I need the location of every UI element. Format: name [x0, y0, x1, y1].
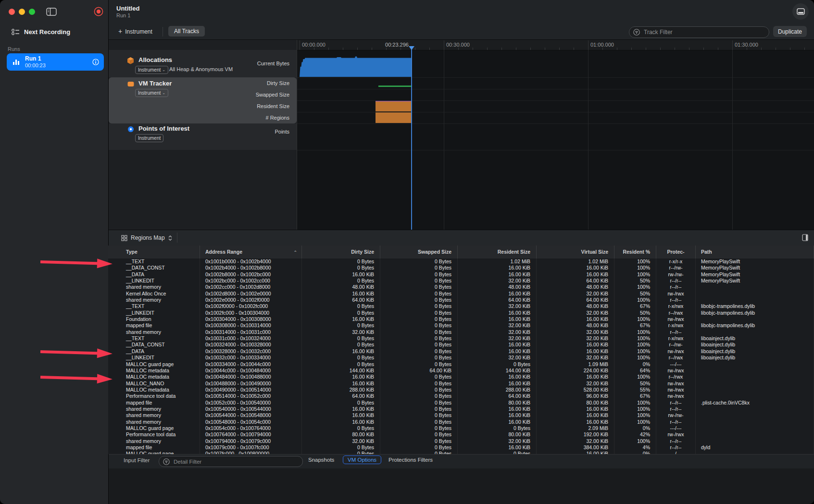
all-tracks-button[interactable]: All Tracks — [168, 26, 205, 37]
table-row[interactable]: shared memory0x100540000 - 0x10054400016… — [108, 406, 814, 412]
grid-icon — [121, 235, 127, 241]
table-row[interactable]: MALLOC_NANO0x100488000 - 0x10049000016.0… — [108, 381, 814, 387]
table-cell: 32.00 KiB — [537, 310, 614, 316]
column-header-type[interactable]: Type — [108, 246, 200, 258]
column-header-address-range[interactable]: Address Range⌃ — [200, 246, 302, 258]
table-row[interactable]: __DATA_CONST0x1002b4000 - 0x1002b80000 B… — [108, 265, 814, 271]
detail-filter-input[interactable] — [173, 458, 290, 465]
table-cell: 67% — [614, 393, 656, 399]
table-row[interactable]: MALLOC guard page0x1007fc000 - 0x1008000… — [108, 451, 814, 454]
table-cell: liboainject.dylib — [696, 348, 814, 355]
ruler-minor-tick — [804, 48, 805, 50]
column-header-resident-size[interactable]: Resident Size — [458, 246, 537, 258]
detail-view-selector[interactable]: Regions Map — [121, 233, 172, 243]
table-cell: rw-/rwx — [656, 431, 696, 438]
table-row[interactable]: __TEXT0x10031c000 - 0x1003240000 Bytes0 … — [108, 335, 814, 342]
duplicate-button[interactable]: Duplicate — [773, 26, 807, 37]
column-header-dirty-size[interactable]: Dirty Size — [302, 246, 380, 258]
detail-filter-field[interactable] — [159, 456, 303, 467]
track-points-of-interest[interactable]: Points of Interest Instrument — [109, 123, 297, 150]
table-row[interactable]: MALLOC metadata0x10044c000 - 0x100484000… — [108, 368, 814, 374]
table-cell: 0 Bytes — [458, 425, 537, 431]
table-row[interactable]: __LINKEDIT0x1002fc000 - 0x1003040000 Byt… — [108, 310, 814, 316]
table-cell — [696, 284, 814, 290]
table-cell: 100% — [614, 400, 656, 406]
table-row[interactable]: Performance tool data0x100514000 - 0x100… — [108, 393, 814, 399]
column-header-path[interactable]: Path — [696, 246, 814, 258]
ruler-minor-tick — [343, 48, 343, 50]
table-row[interactable]: Foundation0x100304000 - 0x10030800016.00… — [108, 316, 814, 322]
table-row[interactable]: __LINKEDIT0x10032c000 - 0x1003340000 Byt… — [108, 355, 814, 361]
table-cell: 80.00 KiB — [458, 431, 537, 438]
zoom-window-button[interactable] — [29, 9, 35, 15]
table-row[interactable]: Performance tool data0x100764000 - 0x100… — [108, 431, 814, 438]
table-row[interactable]: MALLOC metadata0x100490000 - 0x100514000… — [108, 387, 814, 393]
column-header-resident-[interactable]: Resident % — [614, 246, 656, 258]
table-row[interactable]: __TEXT0x1001b0000 - 0x1002b40000 Bytes0 … — [108, 258, 814, 265]
table-cell: 0 Bytes — [380, 451, 458, 454]
table-row[interactable]: __DATA0x1002b8000 - 0x1002bc00016.00 KiB… — [108, 271, 814, 278]
table-cell: 16.00 KiB — [537, 406, 614, 412]
track-filter-field[interactable] — [629, 26, 769, 38]
playhead-line[interactable] — [411, 46, 412, 230]
table-cell: Foundation — [108, 316, 200, 322]
table-row[interactable]: shared memory0x100314000 - 0x10031c00032… — [108, 329, 814, 335]
table-row[interactable]: shared memory0x1002cc000 - 0x1002d800048… — [108, 284, 814, 290]
table-cell: 144.00 KiB — [302, 368, 380, 374]
record-button[interactable] — [94, 7, 103, 16]
table-cell: 4% — [614, 444, 656, 451]
close-window-button[interactable] — [9, 9, 15, 15]
table-row[interactable]: shared memory0x100548000 - 0x10054c00016… — [108, 419, 814, 425]
protections-filters-button[interactable]: Protections Filters — [388, 457, 433, 463]
track-filter-input[interactable] — [643, 28, 755, 36]
minimize-window-button[interactable] — [19, 9, 25, 15]
table-cell: 0 Bytes — [380, 303, 458, 309]
table-cell: 0x10031c000 - 0x100324000 — [200, 335, 302, 342]
table-cell: 67% — [614, 303, 656, 309]
table-row[interactable]: MALLOC guard page0x100334000 - 0x10044c0… — [108, 361, 814, 368]
table-row[interactable]: mapped file0x100308000 - 0x1003140000 By… — [108, 322, 814, 329]
run-list-item[interactable]: Run 1 00:00:23 — [7, 53, 104, 71]
table-row[interactable]: MALLOC metadata0x100484000 - 0x100488000… — [108, 374, 814, 380]
ruler-minor-tick — [530, 48, 531, 50]
table-row[interactable]: MALLOC guard page0x10054c000 - 0x1007640… — [108, 425, 814, 431]
table-cell: 48.00 KiB — [537, 303, 614, 309]
table-cell: 0x1002cc000 - 0x1002d8000 — [200, 284, 302, 290]
table-row[interactable]: __LINKEDIT0x1002bc000 - 0x1002cc0000 Byt… — [108, 278, 814, 284]
sidebar-toggle-button[interactable] — [46, 8, 57, 16]
table-cell: 16.00 KiB — [537, 265, 614, 271]
ruler-tick-label: 01:00.000 — [590, 42, 614, 48]
table-row[interactable]: __DATA_CONST0x100324000 - 0x1003280000 B… — [108, 342, 814, 348]
inspector-toggle-button[interactable] — [802, 234, 810, 242]
table-cell: shared memory — [108, 329, 200, 335]
column-header-swapped-size[interactable]: Swapped Size — [380, 246, 458, 258]
table-cell: shared memory — [108, 419, 200, 425]
instrument-dropdown[interactable]: Instrument⌄ — [135, 89, 168, 97]
add-instrument-button[interactable]: +Instrument — [118, 27, 152, 35]
up-down-chevron-icon — [168, 235, 172, 241]
table-cell: mapped file — [108, 444, 200, 451]
playhead-marker[interactable] — [409, 46, 414, 50]
table-row[interactable]: mapped file0x10052c000 - 0x1005400000 By… — [108, 400, 814, 406]
table-cell — [696, 316, 814, 322]
vm-options-button[interactable]: VM Options — [343, 455, 381, 464]
table-cell: MALLOC metadata — [108, 368, 200, 374]
table-row[interactable]: shared memory0x100544000 - 0x10054800016… — [108, 412, 814, 418]
column-header-virtual-size[interactable]: Virtual Size — [537, 246, 614, 258]
column-header-protec-[interactable]: Protec- — [656, 246, 696, 258]
table-row[interactable]: __TEXT0x1002f0000 - 0x1002fc0000 Bytes0 … — [108, 303, 814, 309]
info-icon[interactable] — [92, 59, 99, 65]
table-row[interactable]: shared memory0x100794000 - 0x10079c00032… — [108, 438, 814, 444]
snapshots-button[interactable]: Snapshots — [308, 457, 334, 463]
table-row[interactable]: shared memory0x1002e0000 - 0x1002f000064… — [108, 297, 814, 303]
table-row[interactable]: Kernel Alloc Once0x1002d8000 - 0x1002e00… — [108, 291, 814, 297]
table-row[interactable]: __DATA0x100328000 - 0x10032c00016.00 KiB… — [108, 348, 814, 355]
table-row[interactable]: mapped file0x10079c000 - 0x1007fc0000 By… — [108, 444, 814, 451]
table-cell: shared memory — [108, 438, 200, 444]
instrument-dropdown[interactable]: Instrument — [135, 134, 163, 142]
instrument-dropdown[interactable]: Instrument⌄ — [135, 66, 168, 74]
table-cell: MALLOC guard page — [108, 451, 200, 454]
next-recording-item[interactable]: Next Recording — [12, 26, 103, 37]
table-cell: 0x100490000 - 0x100514000 — [200, 387, 302, 393]
bottom-pane-toggle-button[interactable] — [792, 3, 809, 20]
